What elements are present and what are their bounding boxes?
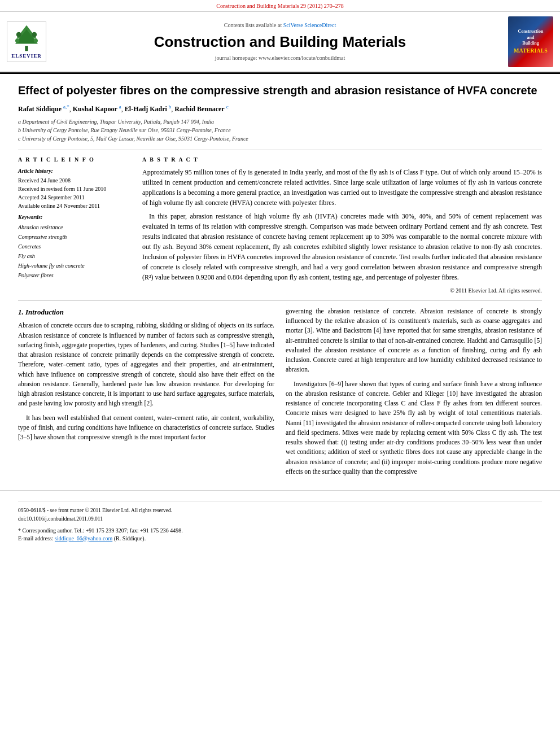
abstract-heading: A B S T R A C T [142,156,542,164]
email-attribution: (R. Siddique). [114,535,146,541]
intro-para-1: Abrasion of concrete occurs due to scrap… [18,321,274,408]
keywords-label: Keywords: [18,213,131,221]
corresponding-star: * Corresponding author. Tel.: +91 175 23… [18,527,183,534]
elsevier-logo: ELSEVIER [7,21,52,63]
corresponding-note: * Corresponding author. Tel.: +91 175 23… [18,527,542,543]
top-citation-bar: Construction and Building Materials 29 (… [0,0,560,12]
journal-main-title: Construction and Building Materials [58,32,502,52]
footer-doi: doi:10.1016/j.conbuildmat.2011.09.011 [18,516,542,523]
svg-point-5 [15,38,19,42]
revised-date: Received in revised form 11 June 2010 [18,185,131,193]
affiliation-c: c University of Cergy Pontoise, 5, Mail … [18,134,542,143]
body-right-column: governing the abrasion resistance of con… [286,307,542,481]
intro-para-3: governing the abrasion resistance of con… [286,307,542,375]
keyword-1: Abrasion resistance [18,222,131,232]
svg-point-6 [34,38,38,42]
body-left-column: 1. Introduction Abrasion of concrete occ… [18,307,274,481]
accepted-date: Accepted 24 September 2011 [18,193,131,202]
author-siddique: Rafat Siddique [18,105,62,113]
author-sup-a2: a [119,104,121,110]
info-abstract-columns: A R T I C L E I N F O Article history: R… [18,150,542,295]
author-bennacer: Rachid Bennacer [174,105,224,113]
email-address: siddique_66@yahoo.com [55,535,112,541]
keyword-6: Polyester fibres [18,270,131,280]
elsevier-tree-icon [10,24,43,53]
journal-homepage: journal homepage: www.elsevier.com/locat… [58,54,502,62]
journal-title-block: Contents lists available at SciVerse Sci… [58,21,502,62]
svg-rect-0 [25,46,28,51]
article-footer: 0950-0618/$ - see front matter © 2011 El… [0,490,560,545]
article-info-column: A R T I C L E I N F O Article history: R… [18,156,131,295]
available-date: Available online 24 November 2011 [18,202,131,210]
author-sup-b: b [169,104,172,110]
journal-header: ELSEVIER Contents lists available at Sci… [0,12,560,73]
footer-copyright: 0950-0618/$ - see front matter © 2011 El… [18,507,542,514]
received-date: Received 24 June 2008 [18,176,131,185]
intro-heading: 1. Introduction [18,307,274,318]
intro-para-4: Investigators [6–9] have shown that type… [286,379,542,477]
keyword-4: Fly ash [18,251,131,261]
sciverse-line: Contents lists available at SciVerse Sci… [58,21,502,29]
footer-divider [18,501,542,501]
body-columns: 1. Introduction Abrasion of concrete occ… [18,307,542,481]
abstract-para-1: Approximately 95 million tones of fly is… [142,167,542,208]
elsevier-wordmark: ELSEVIER [11,53,42,60]
body-divider [18,300,542,301]
keyword-3: Concretes [18,242,131,251]
author-sup-a: a,* [63,104,69,110]
journal-thumbnail: Construction and Building MATERIALS [508,16,553,67]
keyword-5: High-volume fly ash concrete [18,261,131,270]
keyword-2: Compressive strength [18,232,131,242]
article-info-heading: A R T I C L E I N F O [18,156,131,164]
copyright-line: © 2011 Elsevier Ltd. All rights reserved… [142,287,542,295]
svg-point-4 [32,32,37,37]
intro-para-2: It has been well established that cement… [18,413,274,443]
abstract-column: A B S T R A C T Approximately 95 million… [142,156,542,295]
article-body: Effect of polyester fibres on the compre… [0,74,560,490]
abstract-text: Approximately 95 million tones of fly is… [142,167,542,282]
abstract-para-2: In this paper, abrasion resistance of hi… [142,211,542,282]
affiliation-b: b University of Cergy Pontoise, Rue Erag… [18,126,542,134]
citation-text: Construction and Building Materials 29 (… [216,3,344,9]
affiliations: a Department of Civil Engineering, Thapa… [18,117,542,143]
keywords-list: Abrasion resistance Compressive strength… [18,222,131,280]
author-sup-c: c [226,104,229,110]
author-kapoor: Kushal Kapoor [73,105,117,113]
svg-point-3 [16,32,21,37]
affiliation-a: a Department of Civil Engineering, Thapa… [18,117,542,126]
author-kadri: El-Hadj Kadri [125,105,167,113]
authors-line: Rafat Siddique a,*, Kushal Kapoor a, El-… [18,103,542,114]
thumb-title-line1: Construction and Building [518,29,544,46]
thumb-materials: MATERIALS [514,47,548,55]
history-label: Article history: [18,167,131,175]
article-title: Effect of polyester fibres on the compre… [18,83,542,98]
email-label: E-mail address: [18,535,53,541]
sciverse-link[interactable]: SciVerse ScienceDirect [283,22,336,28]
